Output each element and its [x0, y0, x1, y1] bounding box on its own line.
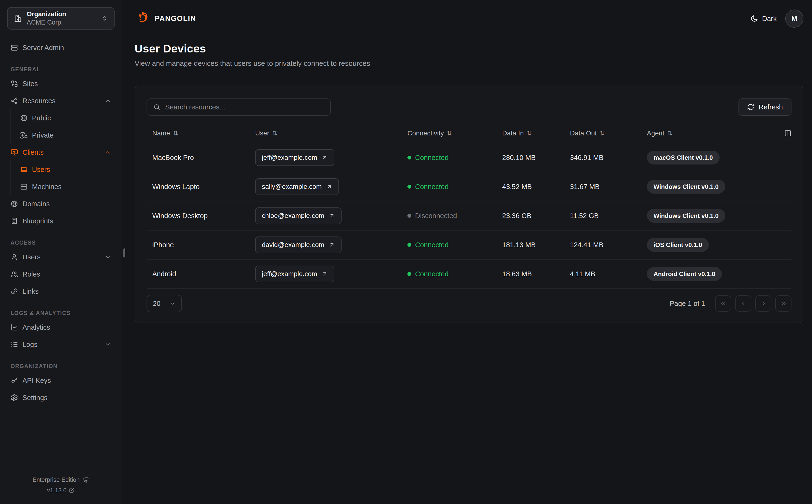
globe-icon	[10, 200, 18, 208]
top-bar: PANGOLIN Dark M	[135, 9, 803, 28]
sidebar-resize-handle[interactable]	[123, 248, 125, 257]
agent-badge: iOS Client v0.1.0	[647, 238, 709, 252]
agent-badge: Android Client v0.1.0	[647, 267, 722, 281]
agent-badge: Windows Client v0.1.0	[647, 209, 725, 223]
device-name: iPhone	[152, 241, 255, 249]
chart-line-icon	[10, 324, 18, 331]
sidebar-item-roles[interactable]: Roles	[7, 266, 114, 283]
agent-badge: Windows Client v0.1.0	[647, 180, 725, 194]
last-page-button[interactable]	[775, 295, 791, 312]
brand[interactable]: PANGOLIN	[135, 11, 196, 26]
chevron-down-icon	[169, 300, 176, 307]
theme-label: Dark	[762, 15, 777, 23]
version-label: v1.13.0	[47, 487, 67, 494]
sidebar-item-sites[interactable]: Sites	[7, 75, 114, 92]
moon-icon	[750, 15, 758, 23]
sidebar-item-analytics[interactable]: Analytics	[7, 319, 114, 336]
external-link-icon	[69, 487, 75, 493]
sidebar-item-client-users[interactable]: Users	[11, 161, 114, 178]
sidebar-section-access: ACCESS	[7, 240, 114, 246]
globe-lock-icon	[20, 131, 28, 139]
pager-controls: Page 1 of 1	[670, 295, 791, 312]
chevron-left-icon	[740, 300, 747, 307]
column-label: Agent	[647, 129, 664, 137]
sidebar-item-label: API Keys	[22, 377, 51, 385]
search-input[interactable]	[165, 103, 324, 111]
device-name: Android	[152, 270, 255, 278]
data-out: 31.67 MB	[570, 183, 647, 191]
previous-page-button[interactable]	[735, 295, 751, 312]
sidebar-item-links[interactable]: Links	[7, 283, 114, 300]
sidebar-item-logs[interactable]: Logs	[7, 336, 114, 353]
column-label: Data In	[502, 129, 524, 137]
user-link[interactable]: jeff@example.com	[255, 266, 334, 282]
column-header-name[interactable]: Name⇅	[152, 129, 255, 137]
server-icon	[10, 44, 18, 51]
user-email: jeff@example.com	[262, 154, 317, 161]
column-header-data-out[interactable]: Data Out⇅	[570, 129, 647, 137]
sidebar-item-clients[interactable]: Clients	[7, 144, 114, 161]
first-page-button[interactable]	[715, 295, 731, 312]
sidebar-item-server-admin[interactable]: Server Admin	[7, 39, 114, 56]
org-selector-label: Organization	[27, 10, 66, 18]
github-icon[interactable]	[83, 476, 89, 483]
columns-settings-icon[interactable]	[784, 130, 791, 137]
sidebar-item-machines[interactable]: Machines	[11, 178, 114, 195]
main-content: PANGOLIN Dark M User Devices View and ma…	[122, 0, 812, 504]
user-link[interactable]: jeff@example.com	[255, 149, 334, 166]
status-label: Connected	[415, 241, 448, 249]
data-in: 181.13 MB	[502, 241, 570, 249]
user-link[interactable]: sally@example.com	[255, 178, 339, 195]
device-name: MacBook Pro	[152, 154, 255, 162]
brand-name: PANGOLIN	[155, 14, 196, 23]
sidebar-item-settings[interactable]: Settings	[7, 389, 114, 406]
page-subtitle: View and manage devices that users use t…	[135, 59, 803, 67]
data-out: 4.11 MB	[570, 270, 647, 278]
chevron-down-icon	[104, 254, 111, 260]
sidebar-item-label: Machines	[32, 183, 62, 191]
version-link[interactable]: v1.13.0	[47, 487, 75, 494]
sort-icon: ⇅	[526, 130, 532, 137]
user-email: jeff@example.com	[262, 270, 317, 278]
sidebar-item-public[interactable]: Public	[11, 109, 114, 127]
column-header-connectivity[interactable]: Connectivity⇅	[407, 129, 502, 137]
sidebar-item-label: Analytics	[22, 324, 50, 331]
refresh-icon	[747, 103, 754, 111]
sidebar-item-private[interactable]: Private	[11, 127, 114, 144]
next-page-button[interactable]	[755, 295, 771, 312]
sidebar-item-domains[interactable]: Domains	[7, 195, 114, 212]
sort-icon: ⇅	[173, 130, 178, 137]
page-size-select[interactable]: 20	[146, 295, 182, 312]
connectivity-status: Connected	[407, 183, 502, 191]
sidebar-item-resources[interactable]: Resources	[7, 92, 114, 109]
sidebar-item-blueprints[interactable]: Blueprints	[7, 212, 114, 230]
chevron-right-icon	[760, 300, 767, 307]
sidebar-section-general: GENERAL	[7, 66, 114, 73]
user-icon	[10, 253, 18, 261]
refresh-button[interactable]: Refresh	[739, 98, 791, 116]
sort-icon: ⇅	[272, 130, 277, 137]
column-header-data-in[interactable]: Data In⇅	[502, 129, 570, 137]
theme-toggle[interactable]: Dark	[750, 15, 777, 23]
user-link[interactable]: chloe@example.com	[255, 207, 342, 224]
status-label: Connected	[415, 183, 448, 191]
column-header-agent[interactable]: Agent⇅	[647, 129, 777, 137]
table-row: Windows Lapto sally@example.com Connecte…	[146, 172, 791, 201]
sidebar-item-label: Public	[32, 114, 51, 122]
sidebar-item-api-keys[interactable]: API Keys	[7, 372, 114, 389]
sidebar-item-label: Blueprints	[22, 217, 53, 225]
org-selector[interactable]: Organization ACME Corp.	[7, 7, 114, 30]
avatar[interactable]: M	[785, 10, 803, 28]
arrow-up-right-icon	[322, 271, 328, 277]
sort-icon: ⇅	[667, 130, 672, 137]
arrow-up-right-icon	[322, 154, 328, 161]
sidebar-item-users[interactable]: Users	[7, 248, 114, 266]
sidebar-item-label: Resources	[22, 97, 56, 105]
chevrons-right-icon	[780, 300, 787, 307]
user-link[interactable]: david@example.com	[255, 237, 342, 253]
column-header-user[interactable]: User⇅	[255, 129, 407, 137]
table-header: Name⇅ User⇅ Connectivity⇅ Data In⇅ Data …	[146, 124, 791, 143]
search-box	[146, 98, 331, 116]
org-selector-value: ACME Corp.	[27, 19, 66, 26]
sidebar-item-label: Users	[32, 166, 50, 174]
